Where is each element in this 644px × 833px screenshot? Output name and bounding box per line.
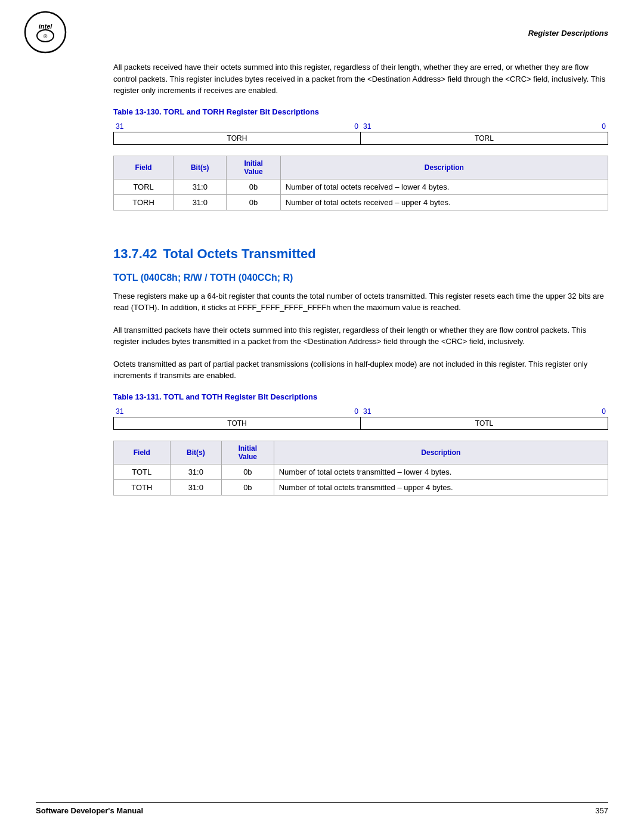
bit-diagram-131: 31 0 31 0 TOTH TOTL (113, 407, 608, 430)
row1-field-130: TORL (114, 179, 174, 194)
bit-31-right-130: 31 (363, 122, 371, 131)
bit-0-right-131: 0 (602, 407, 606, 416)
row1-desc-131: Number of total octets transmitted – low… (274, 464, 608, 479)
col-desc-130: Description (280, 156, 608, 179)
row1-desc-130: Number of total octets received – lower … (280, 179, 608, 194)
section-42-number: 13.7.42 (113, 246, 157, 262)
row2-bits-131: 31:0 (170, 479, 221, 495)
bit-31-right-131: 31 (363, 407, 371, 416)
row2-initial-131: 0b (222, 479, 274, 495)
field-table-130: Field Bit(s) Initial Value Description T… (113, 156, 608, 210)
row1-bits-130: 31:0 (174, 179, 227, 194)
bit-31-left-130: 31 (116, 122, 123, 131)
bit-label-row-131: 31 0 31 0 (113, 407, 608, 416)
torh-cell: TORH (114, 132, 361, 144)
totl-cell: TOTL (361, 417, 608, 429)
col-bits-130: Bit(s) (174, 156, 227, 179)
table-130-title: Table 13-130. TORL and TORH Register Bit… (113, 107, 608, 116)
bit-0-right-130: 0 (602, 122, 606, 131)
section-42-subtitle: TOTL (040C8h; R/W / TOTH (040CCh; R) (113, 272, 608, 283)
section-42-para3: Octets transmitted as part of partial pa… (113, 358, 608, 382)
col-bits-131: Bit(s) (170, 441, 221, 464)
table-row: TORL 31:0 0b Number of total octets rece… (114, 179, 608, 194)
row1-initial-130: 0b (227, 179, 280, 194)
bit-0-left-131: 0 (354, 407, 358, 416)
row2-bits-130: 31:0 (174, 194, 227, 210)
col-field-131: Field (114, 441, 171, 464)
bit-cells-130: TORH TORL (113, 132, 608, 145)
bit-diagram-130: 31 0 31 0 TORH TORL (113, 122, 608, 145)
intel-logo: intel ® (24, 11, 67, 55)
page: intel ® Register Descriptions All packet… (0, 0, 644, 833)
footer-right: 357 (595, 806, 608, 815)
col-initial-130: Initial Value (227, 156, 280, 179)
toth-cell: TOTH (114, 417, 361, 429)
row2-field-130: TORH (114, 194, 174, 210)
footer-left: Software Developer's Manual (36, 806, 143, 815)
col-desc-131: Description (274, 441, 608, 464)
torl-cell: TORL (361, 132, 608, 144)
row2-field-131: TOTH (114, 479, 171, 495)
row1-initial-131: 0b (222, 464, 274, 479)
section-42-title: Total Octets Transmitted (163, 246, 315, 262)
svg-text:®: ® (44, 33, 48, 39)
content: All packets received have their octets s… (0, 61, 644, 496)
table-row: TORH 31:0 0b Number of total octets rece… (114, 194, 608, 210)
table-row: TOTH 31:0 0b Number of total octets tran… (114, 479, 608, 495)
section-42-para1: These registers make up a 64-bit registe… (113, 290, 608, 314)
row2-desc-130: Number of total octets received – upper … (280, 194, 608, 210)
bit-31-left-131: 31 (116, 407, 123, 416)
section-42-para2: All transmitted packets have their octet… (113, 324, 608, 348)
bit-0-left-130: 0 (354, 122, 358, 131)
col-initial-131: Initial Value (222, 441, 274, 464)
bit-label-right-131: 31 0 (361, 407, 608, 416)
bit-label-left-130: 31 0 (113, 122, 361, 131)
footer: Software Developer's Manual 357 (36, 802, 608, 815)
row1-bits-131: 31:0 (170, 464, 221, 479)
col-field-130: Field (114, 156, 174, 179)
intro-paragraph: All packets received have their octets s… (113, 61, 608, 97)
svg-text:intel: intel (39, 23, 53, 30)
bit-label-right-130: 31 0 (361, 122, 608, 131)
section-42-heading: 13.7.42 Total Octets Transmitted (113, 228, 608, 267)
header: intel ® Register Descriptions (0, 0, 644, 55)
row2-desc-131: Number of total octets transmitted – upp… (274, 479, 608, 495)
row2-initial-130: 0b (227, 194, 280, 210)
row1-field-131: TOTL (114, 464, 171, 479)
svg-point-0 (25, 12, 66, 52)
bit-cells-131: TOTH TOTL (113, 417, 608, 430)
bit-label-row-130: 31 0 31 0 (113, 122, 608, 131)
table-131-title: Table 13-131. TOTL and TOTH Register Bit… (113, 392, 608, 401)
table-row: TOTL 31:0 0b Number of total octets tran… (114, 464, 608, 479)
bit-label-left-131: 31 0 (113, 407, 361, 416)
field-table-131: Field Bit(s) Initial Value Description T… (113, 441, 608, 496)
header-title: Register Descriptions (528, 11, 608, 38)
